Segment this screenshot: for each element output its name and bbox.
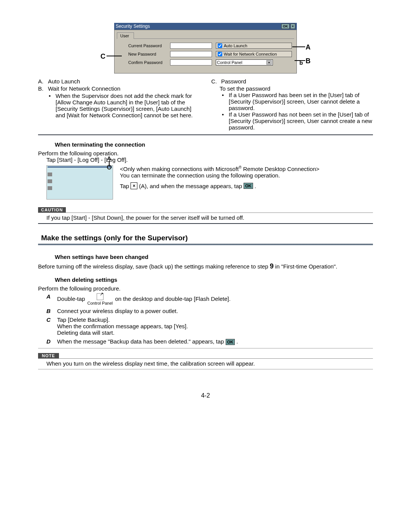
desktop-screenshot: A <box>46 165 113 200</box>
legend-c-sub2: If a User Password has not been set in t… <box>229 111 373 131</box>
new-password-input[interactable] <box>170 51 212 57</box>
note-text: When you turn on the wireless display ne… <box>38 359 373 367</box>
changed-text: Before turning off the wireless display,… <box>38 262 373 270</box>
security-settings-screenshot: Security Settings OK × User Current Pass… <box>114 23 297 73</box>
document-page: Security Settings OK × User Current Pass… <box>0 0 411 532</box>
x-icon: × <box>131 182 137 189</box>
confirm-password-input[interactable] <box>170 59 212 66</box>
section-title: Make the settings (only for the Supervis… <box>38 234 373 244</box>
deleting-steps: A Double-tap Control Panel on the deskto… <box>38 293 373 345</box>
screenshot-body: User Current Password New Password Confi… <box>114 30 297 73</box>
user-tab[interactable]: User <box>117 32 134 39</box>
new-password-label: New Password <box>128 52 170 56</box>
deleting-heading: When deleting settings <box>38 270 373 285</box>
remote-desktop-block: <Only when making connections with Micro… <box>120 163 373 189</box>
current-password-input[interactable] <box>170 43 212 49</box>
control-panel-icon: Control Panel <box>87 293 114 305</box>
callout-a: A <box>306 43 311 51</box>
terminating-perform: Perform the following operation. <box>38 150 373 157</box>
caution-text: If you tap [Start] - [Shut Down], the po… <box>38 213 373 221</box>
password-fields: Current Password New Password Confirm Pa… <box>128 43 212 68</box>
ok-button[interactable]: OK <box>281 24 290 29</box>
ok-icon: OK <box>244 183 253 189</box>
auto-launch-checkbox[interactable]: Auto Launch <box>216 43 292 49</box>
chevron-down-icon: ▾ <box>266 60 272 65</box>
legend-c-sub1: If a User Password has been set in the [… <box>229 92 373 111</box>
screenshot-titlebar: Security Settings OK × <box>114 23 297 30</box>
legend-columns: A.Auto Launch B.Wait for Network Connect… <box>38 78 373 131</box>
legend-b-sub: When the Supervisor does not add the che… <box>56 93 200 118</box>
legend-c-intro: To set the password <box>220 85 270 92</box>
legend-a-text: Auto Launch <box>48 78 80 85</box>
options-panel: Auto Launch Wait for Network Connection … <box>216 43 292 68</box>
deleting-perform: Perform the following procedure. <box>38 285 373 292</box>
caution-label: CAUTION <box>38 207 66 212</box>
callout-b-upper: B <box>306 57 311 65</box>
ok-icon: OK <box>226 339 235 345</box>
confirm-password-label: Confirm Password <box>128 60 170 65</box>
registered-symbol: ® <box>239 165 241 169</box>
page-number: 4-2 <box>38 392 373 399</box>
close-button[interactable]: × <box>290 24 295 29</box>
current-password-label: Current Password <box>128 43 170 48</box>
callout-a-desktop: A <box>107 155 111 161</box>
callout-b-lower: b <box>299 59 303 66</box>
wait-network-checkbox[interactable]: Wait for Network Connection <box>216 51 292 57</box>
changed-heading: When settings have been changed <box>38 248 373 262</box>
legend-b-text: Wait for Network Connection <box>48 85 120 92</box>
note-label: NOTE <box>38 353 59 358</box>
terminating-heading: When terminating the connection <box>38 135 373 150</box>
terminating-tap: Tap [Start] - [Log Off] - [Log Off]. <box>38 157 373 163</box>
control-panel-select[interactable]: Control Panel▾ <box>216 59 273 66</box>
legend-c-text: Password <box>221 78 246 85</box>
callout-c: C <box>100 53 105 61</box>
window-title: Security Settings <box>116 24 150 29</box>
close-circle-marker <box>107 165 112 169</box>
